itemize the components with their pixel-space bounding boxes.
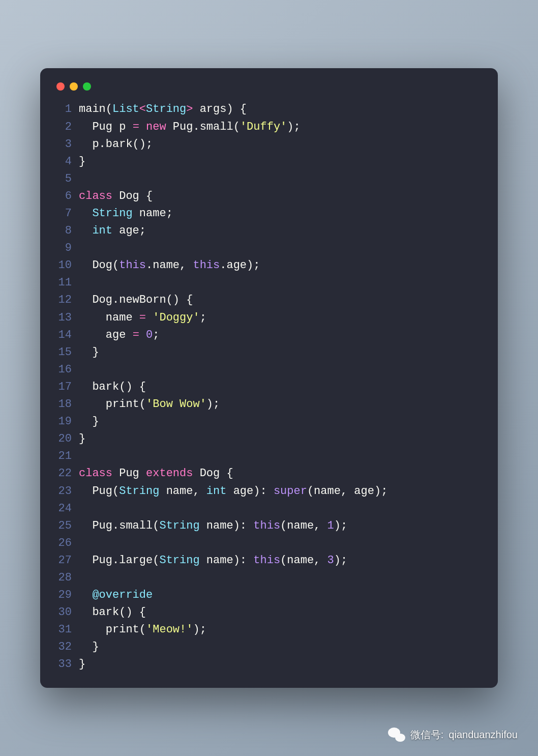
code-line[interactable]: 3 p.bark(); [54,136,484,153]
line-content: p.bark(); [79,136,153,153]
code-line[interactable]: 31 print('Meow!'); [54,621,484,638]
close-icon[interactable] [56,82,65,91]
line-content: @override [79,587,153,604]
line-content: Dog(this.name, this.age); [79,257,260,274]
line-content: } [79,638,99,656]
code-line[interactable]: 1main(List<String> args) { [54,101,484,118]
line-number: 3 [54,136,79,153]
line-number: 23 [54,483,79,500]
line-content: String name; [79,205,173,222]
line-number: 32 [54,638,79,656]
code-line[interactable]: 19 } [54,413,484,430]
line-number: 22 [54,465,79,482]
code-line[interactable]: 23 Pug(String name, int age): super(name… [54,483,484,500]
line-number: 18 [54,396,79,413]
code-line[interactable]: 9 [54,240,484,257]
line-content: } [79,344,99,361]
line-number: 27 [54,552,79,569]
code-line[interactable]: 4} [54,153,484,170]
line-content: Pug.small(String name): this(name, 1); [79,517,347,535]
line-content: main(List<String> args) { [79,101,247,118]
code-line[interactable]: 18 print('Bow Wow'); [54,396,484,413]
line-content: class Dog { [79,188,153,205]
line-number: 30 [54,604,79,621]
line-number: 31 [54,621,79,638]
code-line[interactable]: 22class Pug extends Dog { [54,465,484,482]
line-number: 21 [54,448,79,465]
line-number: 28 [54,569,79,587]
code-line[interactable]: 16 [54,361,484,379]
code-line[interactable]: 8 int age; [54,222,484,240]
wechat-icon [388,728,405,742]
code-line[interactable]: 29 @override [54,587,484,604]
line-content: class Pug extends Dog { [79,465,233,482]
line-content: bark() { [79,604,146,621]
line-number: 1 [54,101,79,118]
line-number: 15 [54,344,79,361]
code-line[interactable]: 5 [54,170,484,188]
line-content: Pug(String name, int age): super(name, a… [79,483,387,500]
code-line[interactable]: 24 [54,500,484,517]
line-content: } [79,430,85,448]
line-number: 14 [54,327,79,344]
line-number: 2 [54,119,79,136]
minimize-icon[interactable] [70,82,78,91]
line-content: } [79,413,99,430]
code-line[interactable]: 2 Pug p = new Pug.small('Duffy'); [54,119,484,136]
code-line[interactable]: 30 bark() { [54,604,484,621]
code-line[interactable]: 12 Dog.newBorn() { [54,292,484,309]
line-content: age = 0; [79,327,159,344]
maximize-icon[interactable] [83,82,91,91]
code-line[interactable]: 25 Pug.small(String name): this(name, 1)… [54,517,484,535]
line-number: 33 [54,656,79,673]
line-number: 7 [54,205,79,222]
line-number: 6 [54,188,79,205]
line-number: 24 [54,500,79,517]
line-number: 9 [54,240,79,257]
watermark-label: 微信号: [410,728,444,742]
code-line[interactable]: 14 age = 0; [54,327,484,344]
code-line[interactable]: 21 [54,448,484,465]
code-line[interactable]: 33} [54,656,484,673]
line-content: Pug.large(String name): this(name, 3); [79,552,347,569]
line-number: 4 [54,153,79,170]
code-line[interactable]: 26 [54,535,484,552]
line-number: 8 [54,222,79,240]
line-content: bark() { [79,379,146,396]
code-line[interactable]: 27 Pug.large(String name): this(name, 3)… [54,552,484,569]
line-number: 26 [54,535,79,552]
code-line[interactable]: 15 } [54,344,484,361]
code-line[interactable]: 13 name = 'Doggy'; [54,309,484,327]
code-line[interactable]: 28 [54,569,484,587]
line-content: Dog.newBorn() { [79,292,193,309]
line-number: 16 [54,361,79,379]
code-line[interactable]: 7 String name; [54,205,484,222]
code-line[interactable]: 10 Dog(this.name, this.age); [54,257,484,274]
line-content: name = 'Doggy'; [79,309,206,327]
line-number: 17 [54,379,79,396]
code-window: 1main(List<String> args) {2 Pug p = new … [40,68,498,687]
line-number: 25 [54,517,79,535]
line-number: 13 [54,309,79,327]
window-titlebar [54,79,484,101]
code-line[interactable]: 32 } [54,638,484,656]
code-editor[interactable]: 1main(List<String> args) {2 Pug p = new … [54,101,484,673]
line-number: 29 [54,587,79,604]
line-content: print('Meow!'); [79,621,206,638]
line-content: int age; [79,222,146,240]
line-content: Pug p = new Pug.small('Duffy'); [79,119,301,136]
line-content: } [79,656,85,673]
watermark: 微信号: qianduanzhifou [388,728,518,742]
code-line[interactable]: 11 [54,274,484,292]
line-number: 19 [54,413,79,430]
code-line[interactable]: 20} [54,430,484,448]
line-content: print('Bow Wow'); [79,396,220,413]
line-number: 20 [54,430,79,448]
watermark-id: qianduanzhifou [449,729,518,741]
line-number: 12 [54,292,79,309]
line-number: 5 [54,170,79,188]
line-content: } [79,153,85,170]
line-number: 11 [54,274,79,292]
code-line[interactable]: 6class Dog { [54,188,484,205]
code-line[interactable]: 17 bark() { [54,379,484,396]
